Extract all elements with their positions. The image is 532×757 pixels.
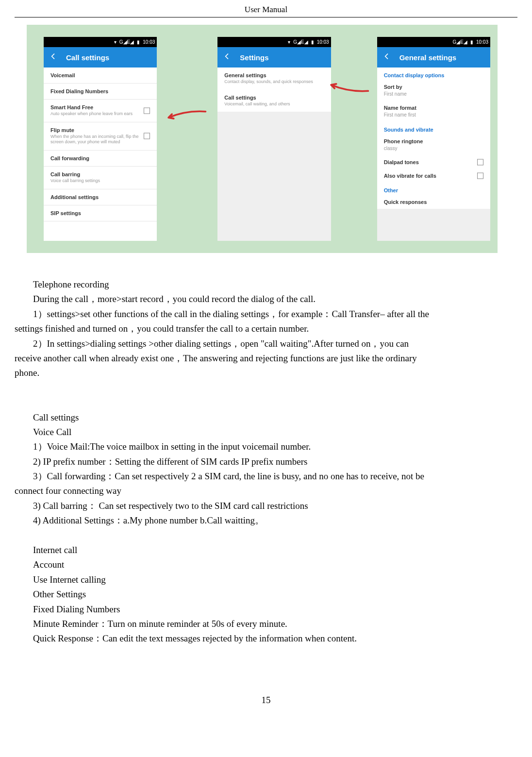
text-line: 3) Call barring： Can set respectively tw…: [15, 499, 517, 513]
checkbox-icon[interactable]: [477, 159, 483, 166]
item-title: Sort by: [384, 84, 483, 90]
app-bar-title: Settings: [240, 53, 268, 62]
doc-header: User Manual: [15, 5, 517, 17]
red-arrow-icon: [327, 81, 370, 95]
list-item-dialpad-tones[interactable]: Dialpad tones: [377, 155, 490, 169]
list-item-name-format[interactable]: Name format First name first: [377, 101, 490, 122]
text-line: Telephone recording: [15, 277, 517, 292]
text-line: Fixed Dialing Numbers: [15, 602, 517, 617]
settings-list: Contact display options Sort by First na…: [377, 67, 490, 241]
status-bar: ▾ G◢E◢ ▮ 10:03: [217, 37, 331, 47]
battery-icon: ▮: [470, 39, 473, 45]
document-body: Telephone recording During the call，more…: [15, 277, 517, 646]
phone-screenshot-1: ▾ G◢E◢ ▮ 10:03 Call settings Voicemail F…: [44, 37, 157, 241]
item-title: Quick responses: [384, 199, 483, 205]
text-line: receive another call when already exist …: [15, 351, 517, 366]
item-title: Fixed Dialing Numbers: [50, 88, 150, 94]
item-title: Call forwarding: [50, 155, 150, 161]
app-bar: Call settings: [44, 47, 157, 67]
clock: 10:03: [317, 39, 329, 45]
text-line: Account: [15, 557, 517, 572]
page-number: 15: [15, 695, 517, 706]
text-line: 2）In settings>dialing settings >other di…: [15, 336, 517, 351]
item-title: General settings: [224, 72, 324, 78]
text-line: Call settings: [15, 410, 517, 425]
item-title: Also vibrate for calls: [384, 173, 483, 179]
item-title: Phone ringtone: [384, 138, 483, 144]
back-arrow-icon[interactable]: [223, 52, 231, 62]
item-title: Name format: [384, 105, 483, 111]
item-title: Dialpad tones: [384, 159, 483, 165]
list-item-sip[interactable]: SIP settings: [44, 205, 157, 221]
back-arrow-icon[interactable]: [383, 52, 391, 62]
item-sub: First name first: [384, 112, 483, 118]
item-sub: Auto speaker when phone leave from ears: [50, 111, 150, 117]
list-item-fdn[interactable]: Fixed Dialing Numbers: [44, 84, 157, 100]
section-other: Other: [377, 183, 490, 195]
item-title: Voicemail: [50, 72, 150, 78]
text-line: Quick Response：Can edit the text message…: [15, 631, 517, 646]
item-sub: Voicemail, call waiting, and others: [224, 101, 324, 107]
phone-screenshot-3: G◢E◢ ▮ 10:03 General settings Contact di…: [377, 37, 490, 241]
battery-icon: ▮: [137, 39, 140, 45]
list-item-ringtone[interactable]: Phone ringtone classy: [377, 135, 490, 155]
checkbox-icon[interactable]: [477, 173, 483, 179]
red-arrow-icon: [164, 107, 208, 122]
section-contact-display: Contact display options: [377, 67, 490, 80]
status-bar: G◢E◢ ▮ 10:03: [377, 37, 490, 47]
item-sub: When the phone has an incoming call, fli…: [50, 134, 150, 145]
signal-icon: G◢E◢: [119, 39, 134, 45]
text-line: phone.: [15, 366, 517, 380]
wifi-icon: ▾: [288, 39, 290, 45]
list-item-flip-mute[interactable]: Flip mute When the phone has an incoming…: [44, 122, 157, 151]
screenshot-figure: ▾ G◢E◢ ▮ 10:03 Call settings Voicemail F…: [27, 25, 498, 253]
section-sounds: Sounds and vibrate: [377, 122, 490, 135]
text-line: 1）settings>set other functions of the ca…: [15, 307, 517, 321]
back-arrow-icon[interactable]: [50, 52, 57, 62]
text-line: 1）Voice Mail:The voice mailbox in settin…: [15, 439, 517, 454]
app-bar-title: General settings: [399, 53, 457, 62]
clock: 10:03: [476, 39, 488, 45]
text-line: During the call，more>start record，you co…: [15, 292, 517, 306]
text-line: Internet call: [15, 543, 517, 557]
item-title: Additional settings: [50, 194, 150, 200]
list-item-quick-responses[interactable]: Quick responses: [377, 195, 490, 209]
item-sub: Contact display, sounds, and quick respo…: [224, 79, 324, 85]
text-line: Minute Reminder：Turn on minute reminder …: [15, 617, 517, 631]
app-bar: Settings: [217, 47, 331, 67]
item-sub: classy: [384, 145, 483, 151]
checkbox-icon[interactable]: [144, 107, 150, 114]
signal-icon: G◢E◢: [293, 39, 308, 45]
checkbox-icon[interactable]: [144, 133, 150, 139]
settings-list: Voicemail Fixed Dialing Numbers Smart Ha…: [44, 67, 157, 241]
text-line: connect four connecting way: [15, 484, 517, 498]
list-item-additional[interactable]: Additional settings: [44, 189, 157, 205]
item-title: Call settings: [224, 95, 324, 101]
item-title: Smart Hand Free: [50, 104, 150, 110]
item-title: Flip mute: [50, 127, 150, 133]
text-line: Use Internet calling: [15, 572, 517, 587]
list-item-call-barring[interactable]: Call barring Voice call barring settings: [44, 167, 157, 189]
list-item-sort-by[interactable]: Sort by First name: [377, 80, 490, 101]
app-bar-title: Call settings: [66, 53, 109, 62]
list-item-smart-hand-free[interactable]: Smart Hand Free Auto speaker when phone …: [44, 100, 157, 122]
app-bar: General settings: [377, 47, 490, 67]
item-title: Call barring: [50, 171, 150, 177]
list-item-voicemail[interactable]: Voicemail: [44, 67, 157, 84]
text-line: Voice Call: [15, 425, 517, 439]
text-line: settings finished and turned on，you coul…: [15, 321, 517, 336]
text-line: 3）Call forwarding：Can set respectively 2…: [15, 469, 517, 484]
wifi-icon: ▾: [114, 39, 116, 45]
text-line: 2) IP prefix number：Setting the differen…: [15, 454, 517, 469]
settings-list: General settings Contact display, sounds…: [217, 67, 331, 241]
text-line: 4) Additional Settings：a.My phone number…: [15, 513, 517, 528]
phone-screenshot-2: ▾ G◢E◢ ▮ 10:03 Settings General settings…: [217, 37, 331, 241]
item-sub: Voice call barring settings: [50, 178, 150, 184]
item-sub: First name: [384, 91, 483, 97]
status-bar: ▾ G◢E◢ ▮ 10:03: [44, 37, 157, 47]
list-item-general[interactable]: General settings Contact display, sounds…: [217, 67, 331, 90]
list-item-call-settings[interactable]: Call settings Voicemail, call waiting, a…: [217, 90, 331, 112]
clock: 10:03: [143, 39, 155, 45]
list-item-vibrate[interactable]: Also vibrate for calls: [377, 169, 490, 183]
list-item-call-forwarding[interactable]: Call forwarding: [44, 151, 157, 167]
